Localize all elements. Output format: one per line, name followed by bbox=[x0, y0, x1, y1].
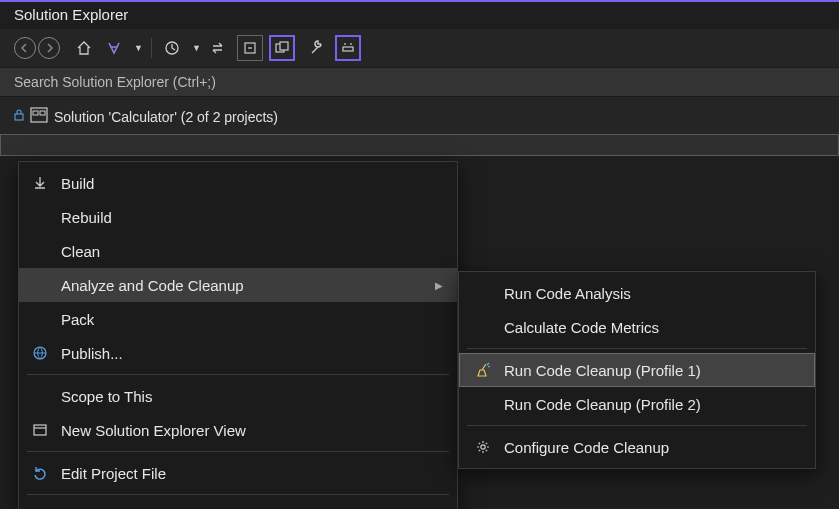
home-button[interactable] bbox=[72, 36, 96, 60]
submenu-run-code-cleanup-profile-2[interactable]: Run Code Cleanup (Profile 2) bbox=[459, 387, 815, 421]
svg-rect-8 bbox=[40, 111, 45, 115]
submenu-run-code-cleanup-profile-1[interactable]: Run Code Cleanup (Profile 1) bbox=[459, 353, 815, 387]
globe-icon bbox=[29, 345, 51, 361]
menu-label: Scope to This bbox=[61, 388, 447, 405]
project-node-selected[interactable] bbox=[0, 134, 839, 156]
menu-label: Configure Code Cleanup bbox=[504, 439, 802, 456]
submenu-calculate-code-metrics[interactable]: Calculate Code Metrics bbox=[459, 310, 815, 344]
menu-build-dependencies[interactable]: Build Dependencies ▶ bbox=[19, 499, 457, 509]
submenu-arrow-icon: ▶ bbox=[435, 280, 443, 291]
window-icon bbox=[29, 422, 51, 438]
menu-label: Build bbox=[61, 175, 447, 192]
menu-scope-to-this[interactable]: Scope to This bbox=[19, 379, 457, 413]
gear-icon bbox=[472, 439, 494, 455]
menu-clean[interactable]: Clean bbox=[19, 234, 457, 268]
menu-label: Calculate Code Metrics bbox=[504, 319, 802, 336]
preview-button[interactable] bbox=[335, 35, 361, 61]
lock-icon bbox=[14, 109, 24, 124]
toolbar: ▼ ▼ bbox=[0, 29, 839, 67]
menu-build[interactable]: Build bbox=[19, 166, 457, 200]
menu-label: Run Code Cleanup (Profile 2) bbox=[504, 396, 802, 413]
menu-separator bbox=[27, 451, 449, 452]
properties-button[interactable] bbox=[305, 36, 329, 60]
back-button[interactable] bbox=[14, 37, 36, 59]
menu-rebuild[interactable]: Rebuild bbox=[19, 200, 457, 234]
menu-analyze-and-code-cleanup[interactable]: Analyze and Code Cleanup ▶ bbox=[19, 268, 457, 302]
menu-separator bbox=[27, 494, 449, 495]
solution-node[interactable]: Solution 'Calculator' (2 of 2 projects) bbox=[0, 103, 839, 130]
submenu-run-code-analysis[interactable]: Run Code Analysis bbox=[459, 276, 815, 310]
refresh-icon bbox=[29, 465, 51, 481]
solution-tree: Solution 'Calculator' (2 of 2 projects) bbox=[0, 97, 839, 156]
show-all-files-button[interactable] bbox=[269, 35, 295, 61]
svg-rect-10 bbox=[34, 425, 46, 435]
project-context-menu: Build Rebuild Clean Analyze and Code Cle… bbox=[18, 161, 458, 509]
collapse-all-button[interactable] bbox=[237, 35, 263, 61]
menu-label: Analyze and Code Cleanup bbox=[61, 277, 425, 294]
pending-changes-filter-button[interactable] bbox=[160, 36, 184, 60]
search-input[interactable]: Search Solution Explorer (Ctrl+;) bbox=[0, 67, 839, 97]
sync-button[interactable] bbox=[207, 36, 231, 60]
menu-label: Clean bbox=[61, 243, 447, 260]
menu-new-solution-explorer-view[interactable]: New Solution Explorer View bbox=[19, 413, 457, 447]
svg-rect-3 bbox=[280, 42, 288, 50]
svg-rect-7 bbox=[33, 111, 38, 115]
menu-label: New Solution Explorer View bbox=[61, 422, 447, 439]
panel-title: Solution Explorer bbox=[0, 2, 839, 29]
solution-icon bbox=[30, 107, 48, 126]
svg-rect-4 bbox=[343, 47, 353, 51]
chevron-down-icon[interactable]: ▼ bbox=[134, 43, 143, 53]
build-icon bbox=[29, 175, 51, 191]
broom-icon bbox=[472, 362, 494, 378]
menu-label: Run Code Analysis bbox=[504, 285, 802, 302]
svg-point-11 bbox=[481, 445, 485, 449]
chevron-down-icon[interactable]: ▼ bbox=[192, 43, 201, 53]
separator bbox=[151, 38, 152, 58]
menu-separator bbox=[467, 348, 807, 349]
menu-edit-project-file[interactable]: Edit Project File bbox=[19, 456, 457, 490]
menu-label: Rebuild bbox=[61, 209, 447, 226]
svg-rect-5 bbox=[15, 114, 23, 120]
menu-pack[interactable]: Pack bbox=[19, 302, 457, 336]
menu-label: Pack bbox=[61, 311, 447, 328]
menu-separator bbox=[467, 425, 807, 426]
switch-views-button[interactable] bbox=[102, 36, 126, 60]
forward-button[interactable] bbox=[38, 37, 60, 59]
solution-label: Solution 'Calculator' (2 of 2 projects) bbox=[54, 109, 278, 125]
analyze-submenu: Run Code Analysis Calculate Code Metrics… bbox=[458, 271, 816, 469]
menu-label: Publish... bbox=[61, 345, 447, 362]
menu-publish[interactable]: Publish... bbox=[19, 336, 457, 370]
submenu-configure-code-cleanup[interactable]: Configure Code Cleanup bbox=[459, 430, 815, 464]
menu-separator bbox=[27, 374, 449, 375]
menu-label: Edit Project File bbox=[61, 465, 447, 482]
menu-label: Run Code Cleanup (Profile 1) bbox=[504, 362, 802, 379]
